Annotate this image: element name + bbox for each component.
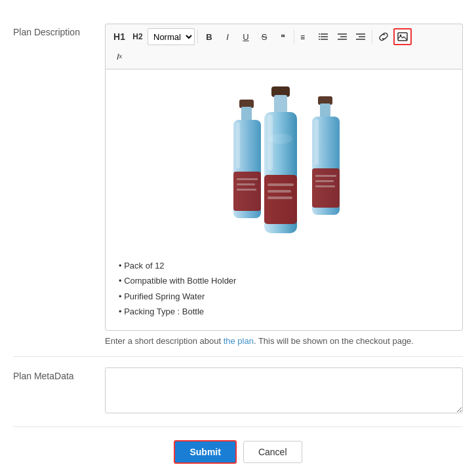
list-item: Pack of 12 xyxy=(116,258,452,273)
svg-rect-16 xyxy=(241,107,252,121)
unordered-list-button[interactable] xyxy=(315,28,332,45)
plan-description-field: H1 H2 Normal B I U S xyxy=(105,24,463,346)
svg-rect-18 xyxy=(233,172,261,211)
toolbar-row2: Ix xyxy=(111,48,457,65)
h2-button[interactable]: H2 xyxy=(129,28,146,45)
underline-button[interactable]: U xyxy=(237,28,254,45)
svg-point-4 xyxy=(319,33,320,35)
list-item: Purified Spring Water xyxy=(116,289,452,304)
hint-text: Enter a short description about the plan… xyxy=(105,336,463,346)
plan-metadata-label: Plan MetaData xyxy=(13,367,105,383)
svg-rect-22 xyxy=(236,122,240,168)
italic-button[interactable]: I xyxy=(219,28,236,45)
format-select[interactable]: Normal xyxy=(148,28,195,45)
svg-rect-34 xyxy=(264,175,297,224)
plan-metadata-row: Plan MetaData xyxy=(13,357,463,427)
strikethrough-button[interactable]: S xyxy=(256,28,273,45)
svg-rect-36 xyxy=(268,190,291,193)
cancel-button[interactable]: Cancel xyxy=(243,441,302,463)
indent-increase-icon xyxy=(355,31,366,42)
svg-point-5 xyxy=(319,36,320,37)
svg-rect-37 xyxy=(268,197,292,199)
editor-image-area xyxy=(116,80,452,250)
svg-rect-29 xyxy=(315,185,335,187)
list-item: Compatible with Bottle Holder xyxy=(116,273,452,288)
svg-rect-28 xyxy=(315,180,334,182)
svg-rect-32 xyxy=(274,95,287,113)
ol-icon: ≡ xyxy=(300,31,311,42)
editor-content[interactable]: Pack of 12 Compatible with Bottle Holder… xyxy=(105,69,463,331)
link-button[interactable] xyxy=(375,28,392,45)
svg-rect-38 xyxy=(268,115,273,170)
clear-format-sub: x xyxy=(119,53,123,60)
bottles-illustration xyxy=(218,80,349,250)
svg-rect-20 xyxy=(237,183,255,185)
svg-point-6 xyxy=(319,39,320,40)
image-icon xyxy=(397,31,408,42)
svg-point-39 xyxy=(269,134,292,144)
submit-button[interactable]: Submit xyxy=(174,440,236,464)
plan-description-row: Plan Description H1 H2 Normal B I xyxy=(13,13,463,357)
metadata-textarea[interactable] xyxy=(105,367,463,413)
editor-bullet-list: Pack of 12 Compatible with Bottle Holder… xyxy=(116,258,452,320)
plan-description-label: Plan Description xyxy=(13,24,105,39)
image-button[interactable] xyxy=(393,28,412,45)
ordered-list-button[interactable]: ≡ xyxy=(297,28,314,45)
h1-button[interactable]: H1 xyxy=(111,28,128,45)
svg-rect-19 xyxy=(237,178,258,180)
toolbar-divider-3 xyxy=(372,30,372,43)
svg-rect-21 xyxy=(237,189,256,191)
svg-rect-24 xyxy=(320,103,330,118)
indent-increase-button[interactable] xyxy=(352,28,369,45)
editor-toolbar: H1 H2 Normal B I U S xyxy=(105,24,463,69)
button-row: Submit Cancel xyxy=(13,427,463,469)
svg-rect-35 xyxy=(268,183,294,186)
indent-decrease-icon xyxy=(337,31,347,42)
clear-format-button[interactable]: Ix xyxy=(111,48,128,65)
svg-rect-27 xyxy=(315,175,336,177)
quote-button[interactable]: ❝ xyxy=(274,28,291,45)
link-icon xyxy=(378,31,389,42)
plan-metadata-field xyxy=(105,367,463,416)
svg-rect-13 xyxy=(398,33,407,41)
svg-rect-26 xyxy=(312,168,340,208)
toolbar-divider-2 xyxy=(294,30,294,43)
svg-text:≡: ≡ xyxy=(300,33,305,42)
svg-rect-30 xyxy=(315,119,319,165)
toolbar-divider-1 xyxy=(197,30,198,43)
indent-decrease-button[interactable] xyxy=(334,28,351,45)
list-item: Packing Type : Bottle xyxy=(116,304,452,319)
editor-toolbar-wrapper: H1 H2 Normal B I U S xyxy=(105,24,463,331)
bold-button[interactable]: B xyxy=(201,28,218,45)
ul-icon xyxy=(319,31,329,42)
